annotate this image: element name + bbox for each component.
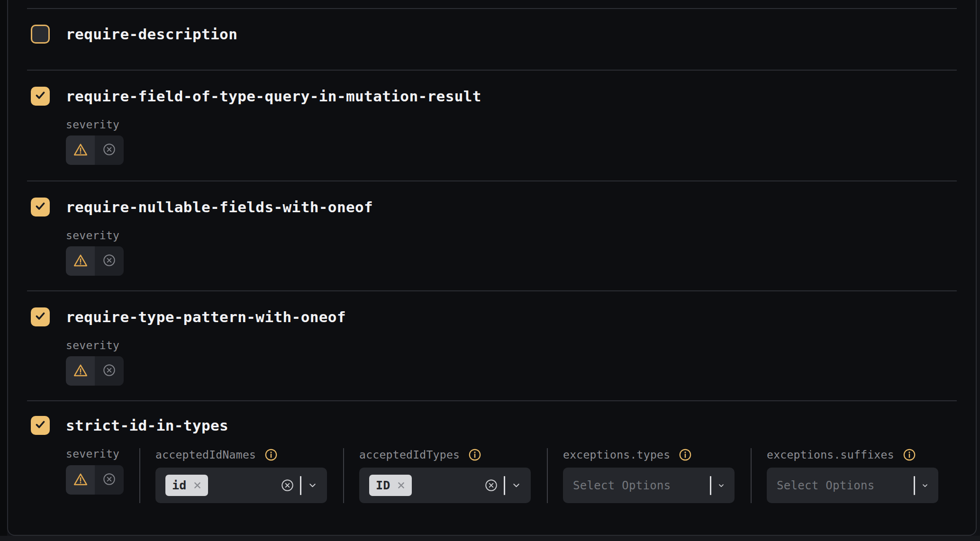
severity-off-button[interactable]	[95, 465, 124, 495]
severity-toggle-group	[66, 246, 124, 276]
remove-tag-x-icon[interactable]	[193, 481, 202, 490]
rule-row-require-type-pattern-with-oneof: require-type-pattern-with-oneof severity	[27, 290, 957, 400]
option-column-exceptions-suffixes: exceptions.suffixes Select Options	[751, 448, 957, 503]
multiselect-divider	[914, 476, 915, 495]
option-column-acceptedIdTypes: acceptedIdTypes ID	[343, 448, 547, 503]
check-icon	[34, 310, 46, 324]
multiselect-divider	[504, 476, 505, 495]
rule-row-require-description: require-description	[27, 8, 957, 70]
remove-tag-x-icon[interactable]	[397, 481, 406, 490]
rule-name: require-description	[66, 26, 237, 43]
option-column-exceptions-types: exceptions.types Select Options	[547, 448, 751, 503]
rule-checkbox[interactable]	[31, 307, 50, 326]
circled-x-icon	[102, 363, 116, 379]
warning-triangle-icon	[73, 472, 89, 488]
severity-off-button[interactable]	[95, 135, 124, 165]
option-label: acceptedIdNames	[155, 449, 256, 460]
check-icon	[34, 418, 46, 433]
chevron-down-icon[interactable]	[308, 480, 318, 490]
multiselect-placeholder: Select Options	[777, 479, 875, 492]
severity-warn-button[interactable]	[66, 356, 95, 386]
severity-warn-button[interactable]	[66, 465, 95, 495]
circled-x-icon	[102, 472, 116, 487]
exceptions-suffixes-multiselect[interactable]: Select Options	[767, 468, 938, 503]
option-column-severity: severity	[27, 448, 139, 503]
rule-row-strict-id-in-types: strict-id-in-types severity acceptedIdNa…	[27, 400, 957, 534]
severity-toggle-group	[66, 465, 124, 495]
rule-name: require-type-pattern-with-oneof	[66, 308, 346, 325]
info-icon[interactable]	[903, 448, 916, 461]
check-icon	[34, 89, 46, 103]
chevron-down-icon[interactable]	[511, 480, 521, 490]
tag-label: id	[172, 478, 187, 492]
check-icon	[34, 200, 46, 214]
clear-all-circled-x-icon[interactable]	[281, 479, 294, 492]
info-icon[interactable]	[679, 448, 692, 461]
selected-tag: ID	[369, 475, 412, 496]
info-icon[interactable]	[264, 448, 278, 461]
rule-row-require-field-of-type-query-in-mutation-result: require-field-of-type-query-in-mutation-…	[27, 70, 957, 180]
severity-toggle-group	[66, 135, 124, 165]
severity-toggle-group	[66, 356, 124, 386]
rule-checkbox[interactable]	[31, 87, 50, 106]
severity-label: severity	[66, 340, 957, 351]
severity-off-button[interactable]	[95, 356, 124, 386]
rule-options-row: severity acceptedIdNames id	[27, 448, 957, 503]
page-background	[0, 0, 7, 541]
rule-checkbox[interactable]	[31, 25, 50, 44]
clear-all-circled-x-icon[interactable]	[485, 479, 498, 492]
multiselect-divider	[300, 476, 301, 495]
severity-label: severity	[66, 230, 957, 241]
acceptedIdNames-multiselect[interactable]: id	[155, 468, 327, 503]
panel-spacer	[27, 0, 957, 8]
exceptions-types-multiselect[interactable]: Select Options	[563, 468, 735, 503]
warning-triangle-icon	[73, 363, 89, 379]
severity-warn-button[interactable]	[66, 246, 95, 276]
rule-row-require-nullable-fields-with-oneof: require-nullable-fields-with-oneof sever…	[27, 180, 957, 290]
info-icon[interactable]	[468, 448, 481, 461]
severity-label: severity	[66, 119, 957, 130]
rule-name: strict-id-in-types	[66, 417, 228, 434]
rule-name: require-field-of-type-query-in-mutation-…	[66, 88, 481, 105]
severity-warn-button[interactable]	[66, 135, 95, 165]
option-column-acceptedIdNames: acceptedIdNames id	[139, 448, 343, 503]
chevron-down-icon[interactable]	[921, 482, 929, 489]
rule-name: require-nullable-fields-with-oneof	[66, 198, 373, 216]
circled-x-icon	[102, 143, 116, 158]
tag-label: ID	[376, 478, 390, 492]
option-label: acceptedIdTypes	[359, 449, 460, 460]
warning-triangle-icon	[73, 142, 89, 159]
lint-rules-panel: require-description require-field-of-typ…	[7, 0, 977, 536]
option-label: exceptions.suffixes	[767, 449, 894, 460]
circled-x-icon	[102, 253, 116, 269]
selected-tag: id	[165, 475, 208, 496]
chevron-down-icon[interactable]	[717, 482, 725, 489]
rule-checkbox[interactable]	[31, 198, 50, 216]
severity-off-button[interactable]	[95, 246, 124, 276]
acceptedIdTypes-multiselect[interactable]: ID	[359, 468, 531, 503]
multiselect-divider	[710, 476, 711, 495]
multiselect-placeholder: Select Options	[573, 479, 671, 492]
rule-checkbox[interactable]	[31, 416, 50, 435]
page-background-strip	[0, 536, 980, 541]
option-label: exceptions.types	[563, 449, 670, 460]
severity-label: severity	[66, 448, 139, 460]
warning-triangle-icon	[73, 253, 89, 270]
